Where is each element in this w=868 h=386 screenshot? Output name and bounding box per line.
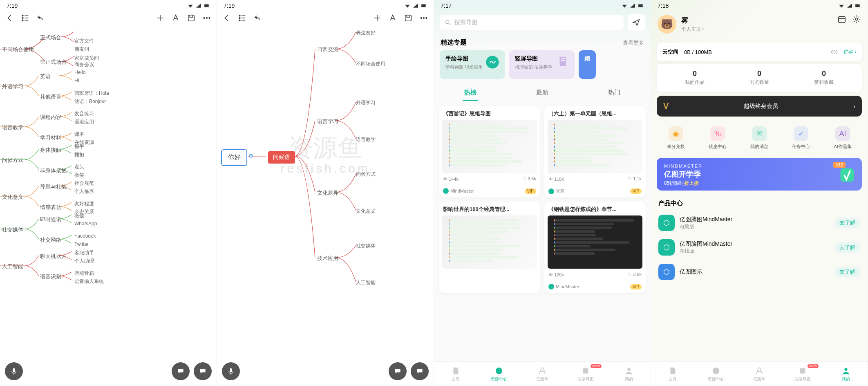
resource-card[interactable]: 《西游记》思维导图 👁 144k♡ 3.5k MindMasterVIP (439, 106, 540, 197)
resource-card[interactable]: （六上）第一单元圆（思维... 👁 118k♡ 1.1k 天寒VIP (544, 106, 646, 197)
mm-node[interactable]: 问候方式 (2, 157, 23, 164)
mm-node[interactable]: 不同场合使用 (2, 46, 34, 53)
add-icon[interactable] (372, 13, 382, 23)
mm-node[interactable]: 文化差异 (317, 189, 338, 197)
nav-upgrade[interactable]: NEW 涨版导图 (781, 362, 824, 386)
more-icon[interactable] (202, 13, 212, 23)
mm-leaf[interactable]: 法语：Bonjour (74, 98, 106, 105)
mm-node[interactable]: 即时通讯 (40, 216, 61, 223)
quick-item[interactable]: ◉积分兑换 (655, 126, 697, 150)
mm-leaf[interactable]: 家庭成员间 (74, 55, 99, 62)
topic-card-vertical[interactable]: 竖屏导图 梳理知识 传递美学 (509, 50, 575, 79)
mm-leaf[interactable]: Twitter (74, 241, 89, 247)
mm-node[interactable]: 表达友好 (356, 29, 376, 36)
mm-leaf[interactable]: Hello (74, 70, 85, 75)
stat-item[interactable]: 0我的作品 (662, 70, 727, 86)
mm-leaf[interactable]: 微笑 (74, 172, 84, 179)
mm-node[interactable]: 语言教学 (2, 124, 23, 131)
mm-leaf[interactable]: Hi (74, 78, 79, 83)
outline-icon[interactable] (20, 13, 30, 23)
undo-icon[interactable] (36, 13, 46, 23)
mm-node[interactable]: 其他语言 (40, 93, 61, 101)
mm-leaf[interactable]: 客服助手 (74, 249, 94, 256)
nav-resources[interactable]: 资源中心 (694, 362, 738, 386)
profile-home-link[interactable]: 个人主页 › (681, 26, 704, 33)
mm-leaf[interactable]: 社会规范 (74, 180, 94, 187)
mm-node[interactable]: 情感表达 (40, 204, 61, 211)
resource-card[interactable]: 影响世界的100个经典管理... (439, 202, 540, 293)
see-more-link[interactable]: 查看更多 (623, 39, 644, 47)
back-icon[interactable] (222, 13, 232, 23)
product-learn-button[interactable]: 去了解 (834, 267, 860, 277)
mm-node[interactable]: 社交网络 (40, 236, 61, 244)
mm-leaf[interactable]: 商务会议 (74, 61, 94, 68)
back-icon[interactable] (5, 13, 15, 23)
stat-item[interactable]: 0浏览数量 (727, 70, 792, 86)
mm-leaf[interactable]: 西班牙语：Hola (74, 90, 109, 97)
mm-leaf[interactable]: 课本 (74, 131, 84, 138)
mm-node[interactable]: 社交媒体 (2, 226, 23, 233)
mm-leaf[interactable]: 握手 (74, 143, 84, 150)
topic-card-more[interactable]: 精 (579, 50, 596, 79)
mm-node[interactable]: 课程内容 (40, 114, 61, 121)
mm-node[interactable]: 聊天机器人 (40, 253, 67, 260)
mm-node[interactable]: 英语 (40, 73, 51, 80)
mm-node[interactable]: 不同场合使用 (356, 61, 385, 67)
style-icon[interactable] (171, 13, 181, 23)
stat-item[interactable]: 0赞和收藏 (792, 70, 856, 86)
mm-root[interactable]: 你好 (221, 149, 247, 166)
mm-leaf[interactable]: 语境应用 (74, 119, 94, 126)
mm-leaf[interactable]: 个人修养 (74, 188, 94, 195)
more-icon[interactable] (419, 13, 429, 23)
mm-node[interactable]: 语言学习 (317, 118, 338, 125)
style-icon[interactable] (388, 13, 398, 23)
save-icon[interactable] (186, 13, 196, 23)
mindmap-canvas[interactable]: 你好 不同场合使用 外语学习 语言教学 问候方式 文化意义 社交媒体 人工智能 … (0, 29, 217, 386)
tab-hot[interactable]: 热榜 (463, 85, 478, 101)
mm-node[interactable]: 非身体接触 (40, 167, 67, 174)
nav-upgrade[interactable]: NEW 涨版导图 (564, 362, 607, 386)
tab-popular[interactable]: 热门 (606, 85, 622, 101)
topic-scroll[interactable]: 手绘导图 学科创新 职场应用 竖屏导图 梳理知识 传递美学 精 (434, 50, 651, 84)
chat-fab[interactable] (172, 362, 190, 380)
mm-leaf[interactable]: 语音输入系统 (74, 278, 104, 285)
topic-card-handdrawn[interactable]: 手绘导图 学科创新 职场应用 (440, 50, 505, 79)
mm-node[interactable]: 语言教学 (356, 136, 376, 143)
product-learn-button[interactable]: 去了解 (834, 242, 860, 253)
mm-node[interactable]: 文化意义 (356, 208, 376, 215)
nav-ai[interactable]: 亿图AI (521, 362, 564, 386)
mm-leaf[interactable]: 发音练习 (74, 110, 94, 117)
mm-leaf[interactable]: 微信 (74, 213, 84, 220)
nav-resources[interactable]: 资源中心 (477, 362, 521, 386)
mm-leaf[interactable]: WhatsApp (74, 221, 97, 227)
mm-node-selected[interactable]: 问候语 (268, 151, 295, 164)
save-icon[interactable] (403, 13, 413, 23)
nav-ai[interactable]: 亿图AI (738, 362, 781, 386)
mic-fab[interactable] (5, 362, 23, 380)
avatar[interactable]: 🐻 (658, 15, 676, 34)
mm-leaf[interactable]: 智能音箱 (74, 270, 94, 277)
send-button[interactable] (628, 14, 645, 31)
mic-fab[interactable] (222, 362, 240, 380)
mm-node[interactable]: 尊重与礼貌 (40, 183, 67, 191)
mm-leaf[interactable]: 拥抱 (74, 151, 84, 158)
mm-node[interactable]: 技术应用 (317, 255, 338, 262)
expand-button[interactable]: 扩容 › (843, 49, 856, 56)
nav-files[interactable]: 文件 (651, 362, 694, 386)
vip-banner[interactable]: V 超级终身会员 › (657, 96, 862, 117)
resource-card[interactable]: 《钢铁是怎样炼成的》章节... 👁 120k♡ 3.6k MindMasterV… (544, 202, 646, 293)
mm-node[interactable]: 正式场合 (40, 34, 61, 41)
outline-icon[interactable] (237, 13, 247, 23)
nav-files[interactable]: 文件 (434, 362, 477, 386)
collapse-toggle-icon[interactable] (249, 154, 253, 158)
mm-node[interactable]: 文化意义 (2, 193, 23, 201)
mm-node[interactable]: 外语学习 (2, 83, 23, 90)
calendar-icon[interactable] (837, 15, 846, 24)
mm-node[interactable]: 人工智能 (2, 263, 23, 270)
mm-node[interactable]: 身体接触 (40, 146, 61, 154)
mm-node[interactable]: 人工智能 (356, 279, 376, 286)
quick-item[interactable]: ✉我的消息 (738, 126, 780, 150)
mm-node[interactable]: 非正式场合 (40, 58, 67, 66)
mindmap-canvas[interactable]: 你好 问候语 日常交流 语言学习 文化差异 技术应用 表达友好 不同场合使用 外… (217, 29, 434, 386)
mm-leaf[interactable]: 友好程度 (74, 200, 94, 207)
